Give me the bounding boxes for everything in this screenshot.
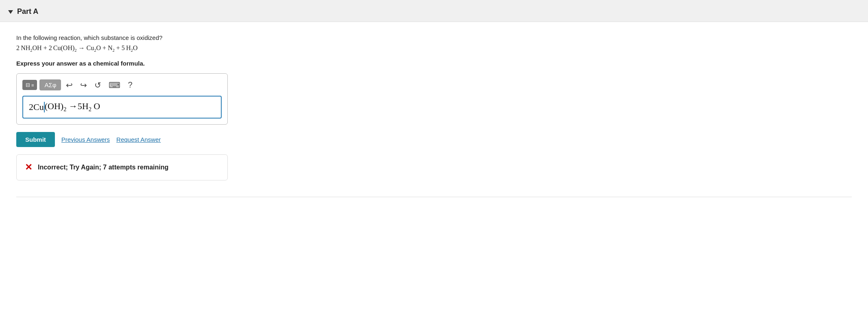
bottom-divider bbox=[16, 197, 852, 197]
matrix-button[interactable]: ⊟ ≡ bbox=[22, 80, 37, 90]
feedback-message: Incorrect; Try Again; 7 attempts remaini… bbox=[38, 164, 168, 171]
instruction-text: Express your answer as a chemical formul… bbox=[16, 60, 852, 67]
part-header: Part A bbox=[0, 0, 868, 22]
refresh-button[interactable]: ↺ bbox=[92, 79, 104, 91]
chevron-down-icon[interactable] bbox=[8, 10, 13, 14]
input-text-before-cursor: 2Cu bbox=[29, 102, 44, 112]
refresh-icon: ↺ bbox=[94, 80, 101, 90]
formula-input[interactable]: 2Cu(OH)2 →5H2 O bbox=[22, 96, 222, 119]
equation-display: 2 NH2OH + 2 Cu(OH)2 → Cu2O + N2 + 5 H2O bbox=[16, 44, 852, 53]
symbols-label: ΑΣφ bbox=[44, 81, 56, 88]
submit-button[interactable]: Submit bbox=[16, 132, 55, 147]
help-button[interactable]: ? bbox=[125, 79, 135, 90]
undo-button[interactable]: ↩ bbox=[63, 79, 75, 91]
request-answer-button[interactable]: Request Answer bbox=[116, 136, 161, 143]
undo-icon: ↩ bbox=[66, 80, 73, 90]
toolbar: ⊟ ≡ ΑΣφ ↩ ↪ ↺ ⌨ ? bbox=[22, 79, 222, 91]
part-title: Part A bbox=[17, 7, 38, 16]
redo-button[interactable]: ↪ bbox=[78, 79, 89, 91]
keyboard-icon: ⌨ bbox=[109, 80, 120, 90]
keyboard-button[interactable]: ⌨ bbox=[106, 79, 123, 91]
content-area: In the following reaction, which substan… bbox=[0, 22, 868, 213]
previous-answers-button[interactable]: Previous Answers bbox=[61, 136, 110, 143]
redo-icon: ↪ bbox=[80, 80, 87, 90]
incorrect-icon: ✕ bbox=[25, 162, 32, 173]
feedback-box: ✕ Incorrect; Try Again; 7 attempts remai… bbox=[16, 154, 228, 180]
answer-box: ⊟ ≡ ΑΣφ ↩ ↪ ↺ ⌨ ? bbox=[16, 73, 228, 125]
question-intro: In the following reaction, which substan… bbox=[16, 33, 852, 43]
matrix-icon: ⊟ bbox=[26, 82, 30, 88]
input-text-after-cursor: (OH)2 →5H2 O bbox=[45, 101, 100, 113]
symbols-button[interactable]: ΑΣφ bbox=[39, 79, 61, 90]
matrix-arrow-icon: ≡ bbox=[31, 83, 34, 88]
help-icon: ? bbox=[128, 80, 132, 90]
actions-row: Submit Previous Answers Request Answer bbox=[16, 132, 852, 147]
page-container: Part A In the following reaction, which … bbox=[0, 0, 868, 312]
